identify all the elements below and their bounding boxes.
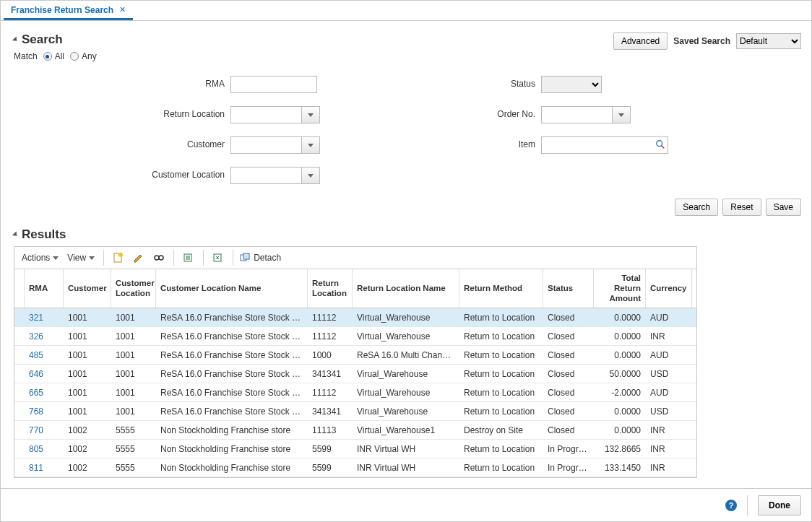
rma-link[interactable]: 768 xyxy=(29,406,43,417)
col-customer-location-name[interactable]: Customer Location Name xyxy=(156,269,308,308)
rma-link[interactable]: 805 xyxy=(29,444,43,454)
reset-button[interactable]: Reset xyxy=(722,199,761,216)
table-row[interactable]: 66510011001ReSA 16.0 Franchise Store Sto… xyxy=(14,383,696,402)
advanced-button[interactable]: Advanced xyxy=(613,32,668,50)
create-icon[interactable] xyxy=(110,250,127,266)
col-return-method[interactable]: Return Method xyxy=(459,269,543,308)
table-row[interactable]: 64610011001ReSA 16.0 Franchise Store Sto… xyxy=(14,365,696,383)
done-button[interactable]: Done xyxy=(758,495,801,516)
view-icon[interactable] xyxy=(150,250,168,266)
cell-return-location-name: Virtual_Warehouse xyxy=(353,331,459,342)
col-customer[interactable]: Customer xyxy=(64,269,111,308)
col-return-location[interactable]: Return Location xyxy=(308,269,353,308)
order-no-label: Order No. xyxy=(382,106,541,123)
cell-customer-location: 1001 xyxy=(111,350,156,360)
return-location-lov-button[interactable] xyxy=(301,106,320,123)
cell-customer-location: 5555 xyxy=(111,463,156,473)
svg-point-3 xyxy=(118,253,123,257)
cell-amount: 0.0000 xyxy=(594,425,646,435)
disclosure-icon[interactable] xyxy=(12,231,19,238)
actions-menu[interactable]: Actions xyxy=(19,251,61,264)
view-menu[interactable]: View xyxy=(64,251,98,264)
cell-amount: 50.0000 xyxy=(594,369,646,379)
cell-status: In Progress xyxy=(543,463,594,473)
table-row[interactable]: 32110011001ReSA 16.0 Franchise Store Sto… xyxy=(14,308,696,327)
cell-return-method: Return to Location xyxy=(459,444,543,454)
cell-customer-location: 5555 xyxy=(111,425,156,435)
cell-currency: USD xyxy=(646,406,692,417)
tab-franchise-return-search[interactable]: Franchise Return Search ✕ xyxy=(4,0,133,20)
cell-currency: INR xyxy=(646,331,692,342)
results-heading: Results xyxy=(14,227,801,242)
cell-return-location: 11113 xyxy=(308,425,353,435)
customer-lov-button[interactable] xyxy=(301,136,320,154)
detach-button[interactable]: Detach xyxy=(239,252,281,264)
disclosure-icon[interactable] xyxy=(12,36,19,43)
rma-link[interactable]: 321 xyxy=(29,313,43,323)
rma-link[interactable]: 485 xyxy=(29,350,43,360)
customer-input[interactable] xyxy=(230,136,301,154)
match-all-radio[interactable]: All xyxy=(43,51,64,61)
svg-line-1 xyxy=(662,146,665,149)
cell-customer: 1001 xyxy=(64,313,111,323)
order-no-input[interactable] xyxy=(541,106,612,123)
rma-link[interactable]: 646 xyxy=(29,369,43,379)
table-row[interactable]: 81110025555Non Stockholding Franchise st… xyxy=(14,458,696,477)
cell-status: Closed xyxy=(543,425,594,435)
match-any-radio[interactable]: Any xyxy=(70,51,97,61)
close-icon[interactable]: ✕ xyxy=(119,5,126,14)
col-return-location-name[interactable]: Return Location Name xyxy=(353,269,459,308)
save-button[interactable]: Save xyxy=(766,199,801,216)
cell-return-location: 341341 xyxy=(308,369,353,379)
customer-location-label: Customer Location xyxy=(14,167,230,184)
order-no-lov-button[interactable] xyxy=(612,106,631,123)
col-currency[interactable]: Currency xyxy=(646,269,692,308)
table-row[interactable]: 77010025555Non Stockholding Franchise st… xyxy=(14,421,696,440)
customer-location-input[interactable] xyxy=(230,167,301,184)
cell-return-location-name: Virtual_Warehouse xyxy=(353,313,459,323)
tabstrip: Franchise Return Search ✕ xyxy=(1,1,811,21)
search-button[interactable]: Search xyxy=(675,199,718,216)
cell-amount: 0.0000 xyxy=(594,331,646,342)
cell-return-location-name: INR Virtual WH xyxy=(353,444,459,454)
col-total-return-amount[interactable]: Total Return Amount xyxy=(594,269,646,308)
edit-icon[interactable] xyxy=(130,250,147,266)
rma-link[interactable]: 665 xyxy=(29,388,43,398)
customer-location-lov-button[interactable] xyxy=(301,167,320,184)
status-select[interactable] xyxy=(541,76,602,93)
col-status[interactable]: Status xyxy=(543,269,594,308)
cell-return-location-name: INR Virtual WH xyxy=(353,463,459,473)
cell-customer-location-name: ReSA 16.0 Franchise Store Stock … xyxy=(156,313,308,323)
rma-link[interactable]: 770 xyxy=(29,425,43,435)
rma-link[interactable]: 811 xyxy=(29,463,43,473)
search-actions: Search Reset Save xyxy=(14,199,801,216)
rma-input[interactable] xyxy=(230,76,317,93)
rma-link[interactable]: 326 xyxy=(29,331,43,342)
table-row[interactable]: 32610011001ReSA 16.0 Franchise Store Sto… xyxy=(14,327,696,346)
help-icon[interactable]: ? xyxy=(725,500,737,511)
cell-customer: 1001 xyxy=(64,350,111,360)
cell-return-method: Return to Location xyxy=(459,350,543,360)
table-row[interactable]: 48510011001ReSA 16.0 Franchise Store Sto… xyxy=(14,346,696,365)
wrap-icon[interactable] xyxy=(210,250,227,266)
cell-return-method: Destroy on Site xyxy=(459,425,543,435)
item-input[interactable] xyxy=(541,136,668,154)
cell-return-location: 11112 xyxy=(308,331,353,342)
export-icon[interactable] xyxy=(180,250,197,266)
cell-return-method: Return to Location xyxy=(459,406,543,417)
match-all-label: All xyxy=(55,51,64,61)
results-table: RMA Customer Customer Location Customer … xyxy=(14,269,697,478)
col-rma[interactable]: RMA xyxy=(25,269,64,308)
table-row[interactable]: 76810011001ReSA 16.0 Franchise Store Sto… xyxy=(14,402,696,421)
table-row[interactable]: 80510025555Non Stockholding Franchise st… xyxy=(14,440,696,458)
search-icon[interactable] xyxy=(655,139,665,152)
col-customer-location[interactable]: Customer Location xyxy=(111,269,156,308)
svg-rect-10 xyxy=(243,253,249,259)
cell-customer-location: 1001 xyxy=(111,313,156,323)
cell-return-location: 5599 xyxy=(308,463,353,473)
return-location-input[interactable] xyxy=(230,106,301,123)
search-right-tools: Advanced Saved Search Default xyxy=(613,32,801,50)
cell-currency: AUD xyxy=(646,313,692,323)
cell-customer-location-name: ReSA 16.0 Franchise Store Stock … xyxy=(156,369,308,379)
saved-search-select[interactable]: Default xyxy=(736,33,801,49)
